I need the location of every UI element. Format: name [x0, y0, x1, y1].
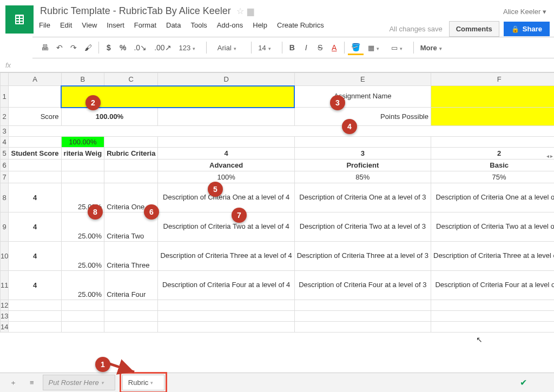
cell[interactable]: [294, 311, 431, 322]
cell[interactable]: [158, 300, 294, 311]
menu-help[interactable]: Help: [253, 21, 267, 29]
percent-icon[interactable]: %: [116, 41, 129, 54]
cell-points-possible[interactable]: [431, 108, 555, 126]
cell[interactable]: [61, 322, 104, 333]
menu-insert[interactable]: Insert: [107, 21, 124, 29]
cell[interactable]: [431, 322, 555, 333]
share-button[interactable]: 🔒Share: [504, 22, 550, 36]
cell[interactable]: [158, 137, 294, 148]
row-head-7[interactable]: 7: [1, 171, 9, 183]
menu-tools[interactable]: Tools: [190, 21, 207, 29]
inc-decimal-icon[interactable]: .00↗: [151, 41, 174, 54]
cell[interactable]: Advanced: [158, 160, 294, 171]
cell[interactable]: Score: [9, 108, 61, 126]
col-head-c[interactable]: C: [104, 73, 158, 86]
all-sheets-icon[interactable]: ≡: [25, 376, 38, 389]
cell[interactable]: 25.00%: [61, 271, 104, 300]
more-button[interactable]: More: [417, 42, 450, 54]
cell[interactable]: 25.00%: [61, 183, 104, 212]
cell[interactable]: [9, 311, 61, 322]
cell[interactable]: Description of Criteria Two at a level o…: [158, 212, 294, 242]
menu-data[interactable]: Data: [166, 21, 181, 29]
cell[interactable]: [9, 126, 554, 137]
cell[interactable]: 4: [158, 148, 294, 160]
cell[interactable]: 85%: [294, 171, 431, 183]
cell[interactable]: Criteria One: [104, 183, 158, 212]
row-head-14[interactable]: 14: [1, 322, 9, 333]
cell[interactable]: [104, 300, 158, 311]
cell[interactable]: [9, 171, 61, 183]
col-head-f[interactable]: F: [431, 73, 555, 86]
cell[interactable]: Description of Criteria Four at a level …: [158, 271, 294, 300]
cell[interactable]: [9, 160, 61, 171]
cell[interactable]: Description of Criteria Four at a level …: [294, 271, 431, 300]
cell[interactable]: [9, 322, 61, 333]
row-head-11[interactable]: 11: [1, 271, 9, 300]
cell[interactable]: [9, 86, 61, 108]
cell[interactable]: [158, 108, 294, 126]
cell[interactable]: [158, 311, 294, 322]
cell[interactable]: 2: [431, 148, 555, 160]
cell[interactable]: Proficient: [294, 160, 431, 171]
document-title[interactable]: Rubric Template - RubricTab By Alice Kee…: [38, 4, 233, 18]
cell[interactable]: [104, 171, 158, 183]
italic-icon[interactable]: I: [300, 41, 313, 54]
cell[interactable]: [61, 171, 104, 183]
cell[interactable]: [9, 300, 61, 311]
cell-score[interactable]: 100.00%: [61, 108, 158, 126]
print-icon[interactable]: 🖶: [38, 41, 52, 54]
strike-icon[interactable]: S: [314, 41, 327, 54]
row-head-9[interactable]: 9: [1, 212, 9, 242]
currency-icon[interactable]: $: [102, 41, 115, 54]
text-color-icon[interactable]: A: [328, 41, 341, 54]
row-head-12[interactable]: 12: [1, 300, 9, 311]
cell[interactable]: [61, 160, 104, 171]
cell[interactable]: 75%: [431, 171, 555, 183]
scroll-arrows[interactable]: ◂▸: [546, 153, 553, 159]
row-head-13[interactable]: 13: [1, 311, 9, 322]
cell[interactable]: [294, 137, 431, 148]
cell[interactable]: Description of Criteria One at a level o…: [294, 183, 431, 212]
cell[interactable]: Description of Criteria Two at a level o…: [294, 212, 431, 242]
undo-icon[interactable]: ↶: [53, 41, 66, 54]
cell[interactable]: Student Score: [9, 148, 61, 160]
menu-view[interactable]: View: [82, 21, 97, 29]
merge-icon[interactable]: ▭: [388, 42, 410, 54]
cell[interactable]: Basic: [431, 160, 555, 171]
cell[interactable]: Criteria Two: [104, 212, 158, 242]
cell[interactable]: 4: [9, 271, 61, 300]
sheet-tab-roster[interactable]: Put Roster Here▾: [43, 375, 115, 390]
font-size-select[interactable]: 14: [255, 42, 278, 54]
cell[interactable]: Points Possible: [294, 108, 431, 126]
cell[interactable]: [104, 160, 158, 171]
col-head-e[interactable]: E: [294, 73, 431, 86]
cell[interactable]: 25.00%: [61, 242, 104, 271]
menu-addons[interactable]: Add-ons: [217, 21, 243, 29]
cell[interactable]: [431, 300, 555, 311]
menu-create-rubrics[interactable]: Create Rubrics: [277, 21, 324, 29]
cell[interactable]: Criteria Four: [104, 271, 158, 300]
font-select[interactable]: Arial: [210, 42, 248, 54]
cell-student-name[interactable]: [61, 86, 294, 108]
menu-edit[interactable]: Edit: [60, 21, 72, 29]
cell[interactable]: [431, 311, 555, 322]
menu-format[interactable]: Format: [134, 21, 156, 29]
cell[interactable]: [104, 322, 158, 333]
cell[interactable]: [61, 300, 104, 311]
cell[interactable]: [294, 322, 431, 333]
cell-assignment-name[interactable]: Enter Assignment Name Here: [431, 86, 555, 108]
redo-icon[interactable]: ↷: [67, 41, 80, 54]
cell[interactable]: Description of Criteria One at a level o…: [158, 183, 294, 212]
cell[interactable]: [9, 137, 61, 148]
col-head-d[interactable]: D: [158, 73, 294, 86]
cell[interactable]: [61, 311, 104, 322]
user-name[interactable]: Alice Keeler ▾: [389, 8, 550, 16]
row-head-3[interactable]: 3: [1, 126, 9, 137]
row-head-10[interactable]: 10: [1, 242, 9, 271]
comments-button[interactable]: Comments: [449, 21, 499, 37]
sheet-tab-rubric[interactable]: Rubric▾: [122, 375, 165, 390]
row-head-2[interactable]: 2: [1, 108, 9, 126]
cell[interactable]: 3: [294, 148, 431, 160]
cell[interactable]: Description of Criteria One at a level o…: [431, 183, 555, 212]
row-head-6[interactable]: 6: [1, 160, 9, 171]
